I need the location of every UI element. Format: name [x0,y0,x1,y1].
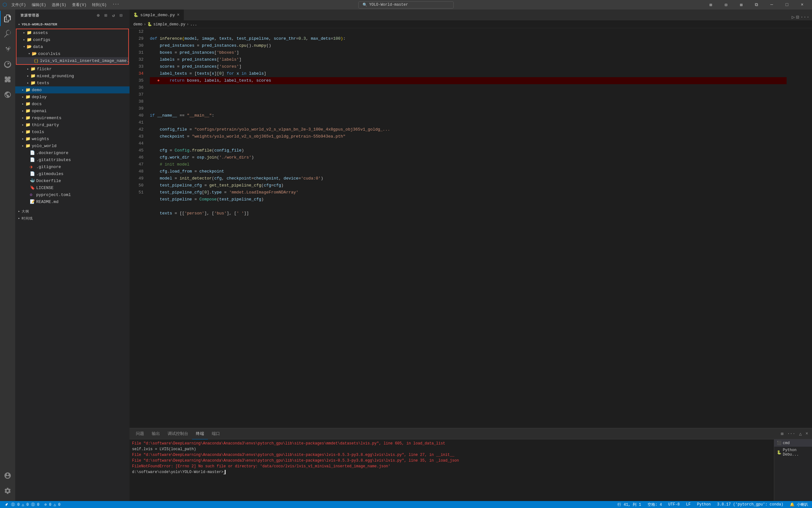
status-errors[interactable]: ⊘ 0 △ 0 [43,502,61,507]
panel-tab-ports[interactable]: 端口 [208,428,224,439]
close-btn[interactable]: × [795,0,809,9]
sidebar-item-dockerignore[interactable]: ▸ 📄 .dockerignore [15,149,130,156]
activity-extensions[interactable] [0,72,15,87]
readme-icon: 📝 [30,199,35,204]
layout4-btn[interactable]: ⧉ [749,0,764,9]
panel-more-btn[interactable]: ··· [786,431,797,436]
status-version[interactable]: 3.8.17 ('pytorch_gpu': conda) [716,502,785,507]
breadcrumb-demo[interactable]: demo [133,22,143,27]
sidebar-item-requirements[interactable]: ▸ 📁 requirements [15,114,130,121]
sidebar-item-dockerfile[interactable]: ▸ 🐳 Dockerfile [15,177,130,184]
sidebar-item-tools[interactable]: ▸ 📁 tools [15,128,130,135]
new-file-icon[interactable]: ⊕ [95,12,102,18]
tree-root[interactable]: ▾ YOLO-WORLD-MASTER [15,21,130,28]
menu-view[interactable]: 查看(V) [69,2,89,8]
panel-tab-terminal[interactable]: 终端 [192,428,208,439]
panel-tab-debug-console[interactable]: 调试控制台 [164,428,192,439]
collapse-icon[interactable]: ⊟ [118,12,125,18]
status-spaces[interactable]: 空格: 4 [646,502,663,507]
search-bar[interactable]: 🔍 YOLO-World-master [359,1,453,9]
activity-account[interactable] [0,468,15,483]
red-border-section: ▸ 📁 assets ▸ 📁 configs ▾ 📂 data [16,29,129,65]
sidebar-item-readme[interactable]: ▸ 📝 README.md [15,198,130,205]
status-line-ending[interactable]: LF [685,502,692,507]
texts-label: texts [37,81,49,85]
panel-close-btn[interactable]: × [804,431,809,436]
outline-section-container: ▸ 大纲 ▸ 时间线 [15,208,130,222]
menu-select[interactable]: 选择(S) [49,2,69,8]
breadcrumb-dots[interactable]: ... [190,22,197,27]
tab-simple-demo[interactable]: 🐍 simple_demo.py × [130,9,184,20]
maximize-btn[interactable]: □ [780,0,794,9]
sidebar-item-pyproject[interactable]: ▸ ⚙ pyproject.toml [15,191,130,198]
code-content[interactable]: def inference(model, image, texts, test_… [147,28,786,428]
sidebar-item-coco-lvis[interactable]: ▾ 📂 coco\lvis [16,50,128,57]
configs-arrow: ▸ [21,38,27,42]
run-btn[interactable]: ▷ [792,14,795,20]
docs-label: docs [32,102,42,107]
sidebar-item-gitignore[interactable]: ▸ ◑ .gitignore [15,163,130,170]
status-notification[interactable]: 🔔 小喇叭 [789,502,809,507]
activity-settings[interactable] [0,483,15,499]
timeline-header[interactable]: ▸ 时间线 [15,215,130,222]
status-git[interactable]: ⓪ 0 △ 0 ⓪ 0 [3,502,41,507]
sidebar-item-data[interactable]: ▾ 📂 data [16,43,128,50]
sidebar-item-mixed-grounding[interactable]: ▸ 📁 mixed_grounding [15,73,130,79]
window-controls: ⊞ ⊟ ⊠ ⧉ ─ □ × [704,0,809,9]
menu-file[interactable]: 文件(F) [9,2,29,8]
outline-header[interactable]: ▸ 大纲 [15,208,130,215]
split-editor-btn[interactable]: ⊡ [796,14,799,20]
sidebar-item-docs[interactable]: ▸ 📁 docs [15,100,130,108]
layout-btn[interactable]: ⊞ [704,0,718,9]
sidebar-item-openai[interactable]: ▸ 📁 openai [15,108,130,114]
outline-title: 大纲 [21,209,29,214]
activity-explorer[interactable] [0,11,15,26]
terminal-content[interactable]: File "d:\software\DeepLearning\Anaconda\… [130,439,774,501]
gitattributes-label: .gitattributes [36,158,71,162]
right-panel-cmd[interactable]: ⬛ cmd [774,439,812,447]
breadcrumb: demo › 🐍 simple_demo.py › ... [130,20,812,28]
right-panel-python-debug[interactable]: 🐍 Python Debu... [774,447,812,458]
root-arrow: ▾ [16,23,21,26]
tab-simple-demo-label: simple_demo.py [140,13,175,17]
activity-remote[interactable] [0,87,15,102]
panel-layout-btn[interactable]: ⊞ [780,431,785,436]
mixed-grounding-folder-icon: 📁 [31,73,36,79]
sidebar-item-deploy[interactable]: ▸ 📁 deploy [15,93,130,100]
sidebar-item-license[interactable]: ▸ 🔖 LICENSE [15,184,130,191]
sidebar-item-flickr[interactable]: ▸ 📁 flickr [15,66,130,73]
sidebar-item-demo[interactable]: ▸ 📁 demo [15,86,130,93]
panel-tab-output[interactable]: 输出 [148,428,164,439]
sidebar-item-assets[interactable]: ▸ 📁 assets [16,29,128,36]
pyproject-label: pyproject.toml [36,193,71,197]
new-folder-icon[interactable]: ⊞ [103,12,109,18]
sidebar-item-third-party[interactable]: ▸ 📁 third_party [15,121,130,128]
panel-tab-problems[interactable]: 问题 [132,428,148,439]
activity-source-control[interactable] [0,41,15,56]
status-line-col[interactable]: 行 41, 列 1 [616,502,642,507]
breadcrumb-file[interactable]: simple_demo.py [153,22,185,27]
third-party-folder-icon: 📁 [26,122,31,127]
tab-close-btn[interactable]: × [177,12,179,17]
activity-search[interactable] [0,26,15,41]
layout3-btn[interactable]: ⊠ [734,0,749,9]
sidebar-item-configs[interactable]: ▸ 📁 configs [16,36,128,43]
status-encoding[interactable]: UTF-8 [667,502,681,507]
sidebar-item-weights[interactable]: ▸ 📁 weights [15,135,130,142]
status-language[interactable]: Python [696,502,712,507]
menu-more[interactable]: ··· [110,2,122,8]
activity-run[interactable] [0,56,15,72]
refresh-icon[interactable]: ↺ [110,12,117,18]
menu-goto[interactable]: 转到(G) [90,2,109,8]
sidebar-item-texts[interactable]: ▸ 📁 texts [15,79,130,86]
more-actions-btn[interactable]: ··· [800,14,809,20]
menu-edit[interactable]: 编辑(E) [29,2,49,8]
layout2-btn[interactable]: ⊟ [719,0,733,9]
minimize-btn[interactable]: ─ [764,0,779,9]
sidebar-item-lvis-json[interactable]: ▸ {} lvis_v1_minival_inserted_image_name… [16,57,128,64]
sidebar-item-gitattributes[interactable]: ▸ 📄 .gitattributes [15,156,130,163]
menu-bar: 文件(F) 编辑(E) 选择(S) 查看(V) 转到(G) ··· [9,2,122,8]
sidebar-item-gitmodules[interactable]: ▸ 📄 .gitmodules [15,170,130,177]
panel-maximize-btn[interactable]: △ [798,431,803,436]
sidebar-item-yolo-world[interactable]: ▸ 📁 yolo_world [15,142,130,149]
